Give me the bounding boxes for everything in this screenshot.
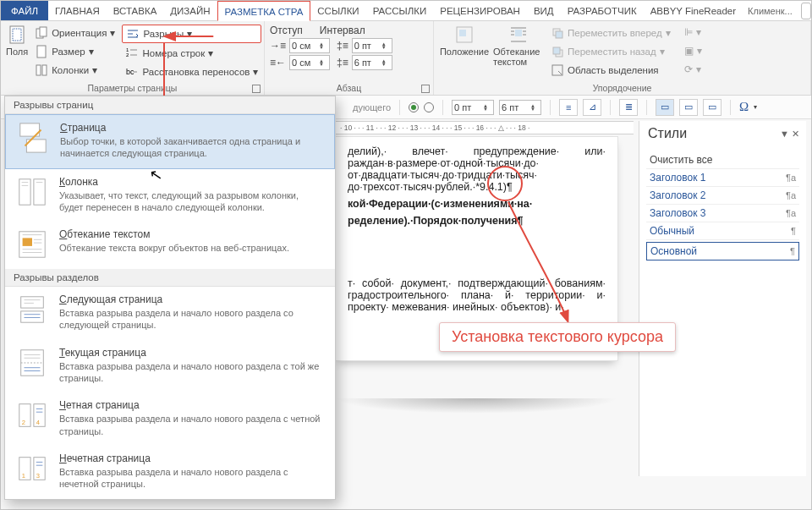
break-continuous-title: Текущая страница xyxy=(59,347,325,359)
svg-text:4: 4 xyxy=(36,420,40,427)
tab-file[interactable]: ФАЙЛ xyxy=(1,1,48,20)
break-page-item[interactable]: Страница Выбор точки, в которой заканчив… xyxy=(5,114,335,169)
style-heading2[interactable]: Заголовок 2¶a xyxy=(646,187,799,205)
svg-rect-6 xyxy=(42,65,47,75)
tb2-btn4[interactable]: ▭ xyxy=(656,99,674,116)
svg-rect-3 xyxy=(40,27,47,36)
send-back-button[interactable]: Переместить назад▾ xyxy=(547,43,674,60)
tb2-btn5[interactable]: ▭ xyxy=(679,99,698,116)
spacing-before-input[interactable]: 0 пт▲▼ xyxy=(352,38,392,53)
break-column-item[interactable]: Колонка Указывает, что текст, следующий … xyxy=(5,169,335,222)
user-name[interactable]: Клименк... xyxy=(743,1,798,20)
indent-left-icon: →≡ xyxy=(270,40,286,52)
group-arrange-label: Упорядочение xyxy=(434,83,810,95)
tab-review[interactable]: РЕЦЕНЗИРОВАН xyxy=(433,1,527,20)
hyphenation-button[interactable]: bc Расстановка переносов▾ xyxy=(122,63,261,80)
user-avatar-icon[interactable] xyxy=(801,3,811,19)
styles-title: Стили xyxy=(648,126,687,141)
radio-1[interactable] xyxy=(409,102,419,112)
margins-label: Поля xyxy=(6,47,28,57)
size-button[interactable]: Размер▾ xyxy=(31,43,118,60)
columns-button[interactable]: Колонки▾ xyxy=(31,62,118,79)
group-paragraph-label: Абзац xyxy=(265,83,433,95)
tab-developer[interactable]: РАЗРАБОТЧИК xyxy=(561,1,644,20)
svg-rect-20 xyxy=(19,178,30,204)
indent-header: Отступ xyxy=(270,25,303,36)
indent-left-input[interactable]: 0 см▲▼ xyxy=(289,38,330,53)
orientation-button[interactable]: Ориентация▾ xyxy=(31,25,118,41)
break-wrap-item[interactable]: Обтекание текстом Обтекание текста вокру… xyxy=(5,222,335,269)
tab-mailings[interactable]: РАССЫЛКИ xyxy=(366,1,434,20)
rotate-icon: ⟳ xyxy=(684,63,693,75)
bring-forward-button[interactable]: Переместить вперед▾ xyxy=(547,25,674,41)
tb2-btn2[interactable]: ⊿ xyxy=(583,99,601,116)
group-button[interactable]: ▣▾ xyxy=(681,43,705,58)
tb2-after-input[interactable]: 6 пт▲▼ xyxy=(499,100,541,115)
svg-rect-25 xyxy=(21,311,44,322)
indent-right-icon: ≡← xyxy=(270,57,286,69)
svg-text:bc: bc xyxy=(126,68,134,76)
styles-clear[interactable]: Очистить все xyxy=(646,151,799,169)
style-normal[interactable]: Обычный¶ xyxy=(646,222,799,240)
ribbon: Поля Ориентация▾ Размер▾ Колонки▾ xyxy=(1,21,811,96)
doc-shadow xyxy=(335,398,618,414)
wrap-text-button[interactable]: Обтекание текстом xyxy=(493,25,544,67)
tb2-btn6[interactable]: ▭ xyxy=(703,99,721,116)
line-numbers-button[interactable]: 12 Номера строк▾ xyxy=(122,45,261,62)
tb2-btn1[interactable]: ≡ xyxy=(559,99,578,116)
tb2-before-input[interactable]: 0 пт▲▼ xyxy=(452,100,494,115)
style-main[interactable]: Основной¶ xyxy=(646,242,799,260)
tab-insert[interactable]: ВСТАВКА xyxy=(107,1,164,20)
svg-rect-24 xyxy=(21,297,44,308)
radio-2[interactable] xyxy=(424,102,434,112)
page-params-launcher[interactable] xyxy=(252,85,261,93)
break-column-desc: Указывает, что текст, следующий за разры… xyxy=(59,189,325,214)
tab-view[interactable]: ВИД xyxy=(527,1,561,20)
position-button[interactable]: Положение xyxy=(439,25,490,57)
ruler[interactable]: · 10 · · · 11 · · · 12 · · · 13 · · · 14… xyxy=(335,121,634,134)
break-even-page-item[interactable]: 24 Четная страница Вставка разрыва разде… xyxy=(5,392,335,446)
tab-layout[interactable]: РАЗМЕТКА СТРА xyxy=(217,1,311,21)
break-odd-page-item[interactable]: 13 Нечетная страница Вставка разрыва раз… xyxy=(5,446,335,499)
svg-text:3: 3 xyxy=(36,472,40,480)
align-button[interactable]: ⊫▾ xyxy=(681,25,705,40)
svg-text:1: 1 xyxy=(22,472,25,480)
svg-text:2: 2 xyxy=(22,420,25,427)
tab-home[interactable]: ГЛАВНАЯ xyxy=(48,1,107,20)
annotation-circle xyxy=(487,166,523,201)
breaks-button[interactable]: Разрывы▾ xyxy=(122,25,261,43)
styles-close-icon[interactable]: ▼ ✕ xyxy=(780,129,799,140)
break-odd-page-icon: 13 xyxy=(15,452,49,485)
break-next-page-icon xyxy=(15,293,49,326)
omega-icon[interactable]: Ω xyxy=(739,100,749,114)
breaks-dropdown: Разрывы страниц Страница Выбор точки, в … xyxy=(4,96,336,500)
tab-design[interactable]: ДИЗАЙН xyxy=(163,1,217,20)
style-heading3[interactable]: Заголовок 3¶a xyxy=(646,205,799,222)
annotation-callout: Установка текстового курсора xyxy=(439,322,676,352)
break-continuous-item[interactable]: Текущая страница Вставка разрыва раздела… xyxy=(5,340,335,393)
doc-line-1: делий),· влечет· предупреждение· или· ра… xyxy=(348,145,606,193)
tab-references[interactable]: ССЫЛКИ xyxy=(310,1,365,20)
spacing-after-input[interactable]: 6 пт▲▼ xyxy=(352,55,392,70)
margins-button[interactable]: Поля xyxy=(6,25,28,57)
break-next-page-title: Следующая страница xyxy=(59,293,325,305)
break-continuous-desc: Вставка разрыва раздела и начало нового … xyxy=(59,360,325,385)
selection-pane-button[interactable]: Область выделения xyxy=(547,62,674,79)
break-column-title: Колонка xyxy=(59,176,325,188)
break-odd-page-title: Нечетная страница xyxy=(59,452,325,464)
indent-right-input[interactable]: 0 см▲▼ xyxy=(289,55,330,70)
rotate-button[interactable]: ⟳▾ xyxy=(681,62,705,77)
group-icon: ▣ xyxy=(684,45,694,57)
svg-rect-16 xyxy=(553,47,560,54)
break-next-page-item[interactable]: Следующая страница Вставка разрыва разде… xyxy=(5,287,335,340)
break-next-page-desc: Вставка разрыва раздела и начало нового … xyxy=(59,307,325,332)
break-wrap-icon xyxy=(15,228,49,260)
style-heading1[interactable]: Заголовок 1¶a xyxy=(646,169,799,187)
tab-abbyy[interactable]: ABBYY FineReader xyxy=(644,1,743,20)
paragraph-launcher[interactable] xyxy=(421,85,430,93)
tb2-btn3[interactable]: ≣ xyxy=(619,99,638,116)
breaks-label: Разрывы xyxy=(143,29,184,39)
align-icon: ⊫ xyxy=(684,26,693,38)
bring-forward-label: Переместить вперед xyxy=(568,28,662,38)
selection-pane-label: Область выделения xyxy=(568,65,659,75)
